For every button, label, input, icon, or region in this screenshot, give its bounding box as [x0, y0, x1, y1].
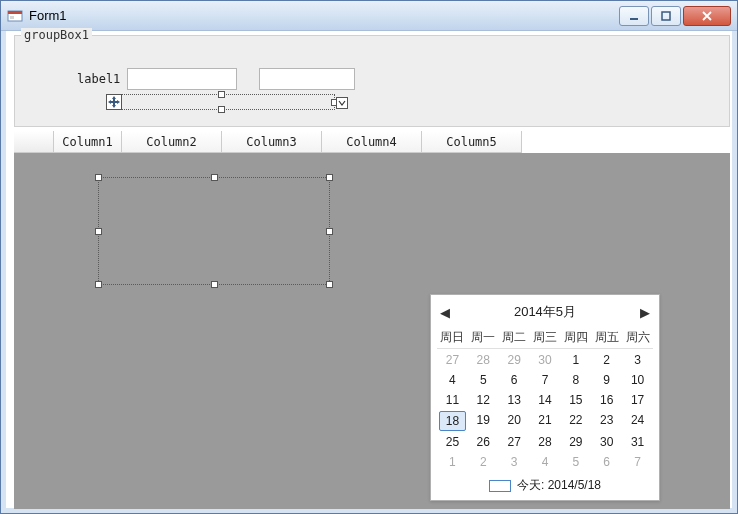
calendar-day[interactable]: 14 — [530, 391, 561, 409]
calendar-day[interactable]: 19 — [468, 411, 499, 431]
window-title: Form1 — [29, 8, 619, 23]
calendar-day[interactable]: 23 — [591, 411, 622, 431]
designer-selection-1[interactable] — [107, 94, 335, 110]
column-header[interactable]: Column4 — [322, 131, 422, 153]
svg-rect-4 — [662, 12, 670, 20]
close-button[interactable] — [683, 6, 731, 26]
calendar-day[interactable]: 28 — [530, 433, 561, 451]
calendar-day[interactable]: 7 — [530, 371, 561, 389]
calendar-next-icon[interactable]: ▶ — [639, 306, 651, 318]
app-icon — [7, 8, 23, 24]
calendar-day[interactable]: 31 — [622, 433, 653, 451]
calendar-day[interactable]: 21 — [530, 411, 561, 431]
calendar-dow: 周日 — [437, 327, 468, 349]
calendar-day[interactable]: 16 — [591, 391, 622, 409]
label1: label1 — [77, 72, 120, 86]
calendar-day[interactable]: 27 — [437, 351, 468, 369]
move-handle-icon[interactable] — [106, 94, 122, 110]
resize-handle[interactable] — [326, 228, 333, 235]
smart-tag-icon[interactable] — [336, 97, 348, 109]
calendar-day[interactable]: 30 — [591, 433, 622, 451]
column-header[interactable]: Column2 — [122, 131, 222, 153]
resize-handle[interactable] — [218, 91, 225, 98]
calendar-day[interactable]: 26 — [468, 433, 499, 451]
calendar-dow: 周五 — [591, 327, 622, 349]
resize-handle[interactable] — [95, 281, 102, 288]
resize-handle[interactable] — [211, 174, 218, 181]
row-header-corner[interactable] — [14, 131, 54, 153]
textbox-2[interactable] — [259, 68, 355, 90]
resize-handle[interactable] — [326, 281, 333, 288]
calendar-dow: 周六 — [622, 327, 653, 349]
svg-rect-2 — [10, 16, 14, 19]
resize-handle[interactable] — [331, 99, 338, 106]
designer-selection-2[interactable] — [98, 177, 330, 285]
calendar-day[interactable]: 29 — [560, 433, 591, 451]
calendar-header: ◀ 2014年5月 ▶ — [437, 299, 653, 327]
maximize-button[interactable] — [651, 6, 681, 26]
calendar-day[interactable]: 6 — [499, 371, 530, 389]
resize-handle[interactable] — [211, 281, 218, 288]
calendar-day[interactable]: 10 — [622, 371, 653, 389]
calendar-today-row[interactable]: 今天: 2014/5/18 — [437, 477, 653, 494]
window-buttons — [619, 6, 731, 26]
calendar-day[interactable]: 9 — [591, 371, 622, 389]
calendar-day[interactable]: 27 — [499, 433, 530, 451]
calendar-dow: 周三 — [530, 327, 561, 349]
groupbox-caption: groupBox1 — [21, 28, 92, 42]
calendar-day[interactable]: 20 — [499, 411, 530, 431]
calendar-day[interactable]: 1 — [560, 351, 591, 369]
resize-handle[interactable] — [218, 106, 225, 113]
calendar-dow: 周一 — [468, 327, 499, 349]
month-calendar[interactable]: ◀ 2014年5月 ▶ 周日周一周二周三周四周五周六 2728293012345… — [430, 294, 660, 501]
calendar-day[interactable]: 22 — [560, 411, 591, 431]
calendar-day[interactable]: 17 — [622, 391, 653, 409]
minimize-button[interactable] — [619, 6, 649, 26]
calendar-today-label: 今天: 2014/5/18 — [517, 477, 601, 494]
column-header[interactable]: Column1 — [54, 131, 122, 153]
calendar-day[interactable]: 3 — [499, 453, 530, 471]
calendar-day[interactable]: 5 — [468, 371, 499, 389]
resize-handle[interactable] — [95, 174, 102, 181]
today-marker-icon — [489, 480, 511, 492]
titlebar[interactable]: Form1 — [1, 1, 737, 31]
form-window: Form1 groupBox1 label1 — [0, 0, 738, 514]
svg-rect-3 — [630, 18, 638, 20]
resize-handle[interactable] — [95, 228, 102, 235]
calendar-title[interactable]: 2014年5月 — [514, 303, 576, 321]
calendar-day[interactable]: 5 — [560, 453, 591, 471]
calendar-day[interactable]: 7 — [622, 453, 653, 471]
calendar-day[interactable]: 8 — [560, 371, 591, 389]
svg-rect-1 — [8, 11, 22, 14]
textbox-1[interactable] — [127, 68, 237, 90]
calendar-day[interactable]: 25 — [437, 433, 468, 451]
column-header[interactable]: Column3 — [222, 131, 322, 153]
calendar-day[interactable]: 15 — [560, 391, 591, 409]
column-header[interactable]: Column5 — [422, 131, 522, 153]
datagridview-header: Column1Column2Column3Column4Column5 — [14, 131, 730, 153]
calendar-day[interactable]: 6 — [591, 453, 622, 471]
client-area: groupBox1 label1 Column1Column2Co — [1, 31, 737, 513]
calendar-day[interactable]: 28 — [468, 351, 499, 369]
calendar-day[interactable]: 2 — [591, 351, 622, 369]
calendar-day[interactable]: 30 — [530, 351, 561, 369]
calendar-dow: 周四 — [560, 327, 591, 349]
calendar-dow: 周二 — [499, 327, 530, 349]
calendar-day[interactable]: 12 — [468, 391, 499, 409]
calendar-day[interactable]: 13 — [499, 391, 530, 409]
calendar-day[interactable]: 24 — [622, 411, 653, 431]
calendar-day[interactable]: 1 — [437, 453, 468, 471]
calendar-day[interactable]: 4 — [530, 453, 561, 471]
calendar-day[interactable]: 3 — [622, 351, 653, 369]
calendar-day[interactable]: 18 — [439, 411, 466, 431]
calendar-day[interactable]: 2 — [468, 453, 499, 471]
calendar-day[interactable]: 4 — [437, 371, 468, 389]
calendar-day[interactable]: 29 — [499, 351, 530, 369]
groupbox[interactable]: groupBox1 label1 — [14, 35, 730, 127]
calendar-prev-icon[interactable]: ◀ — [439, 306, 451, 318]
datagridview[interactable]: Column1Column2Column3Column4Column5 ◀ 20… — [14, 131, 730, 509]
calendar-day[interactable]: 11 — [437, 391, 468, 409]
resize-handle[interactable] — [326, 174, 333, 181]
